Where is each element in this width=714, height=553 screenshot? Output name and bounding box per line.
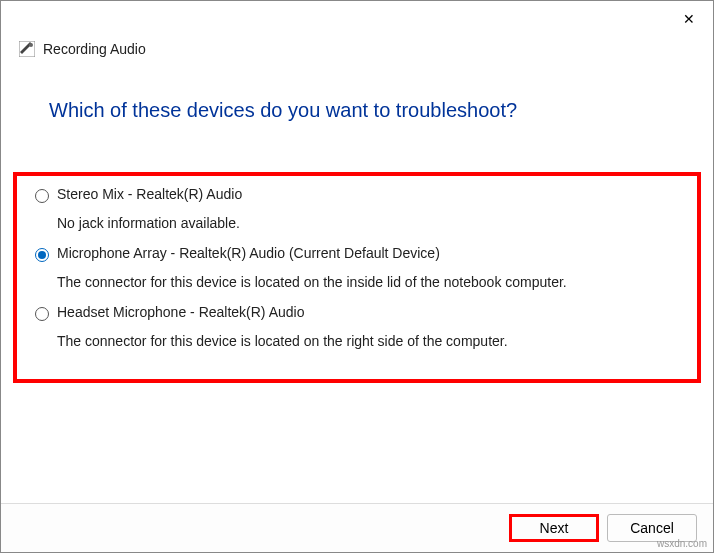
radio-stereo-mix[interactable] [35,189,49,203]
watermark: wsxdn.com [657,538,707,549]
recording-audio-icon [19,41,35,57]
header: Recording Audio [1,33,713,69]
troubleshooter-window: ✕ Recording Audio Which of these devices… [0,0,714,553]
radio-headset-microphone[interactable] [35,307,49,321]
option-description: No jack information available. [57,215,679,231]
device-options-group: Stereo Mix - Realtek(R) Audio No jack in… [13,172,701,383]
radio-microphone-array[interactable] [35,248,49,262]
option-description: The connector for this device is located… [57,333,679,349]
option-label: Microphone Array - Realtek(R) Audio (Cur… [57,245,440,261]
option-stereo-mix[interactable]: Stereo Mix - Realtek(R) Audio [35,186,679,203]
option-headset-microphone[interactable]: Headset Microphone - Realtek(R) Audio [35,304,679,321]
svg-point-1 [29,43,33,47]
option-description: The connector for this device is located… [57,274,679,290]
close-icon: ✕ [683,11,695,27]
titlebar: ✕ [1,1,713,33]
option-label: Stereo Mix - Realtek(R) Audio [57,186,242,202]
question-heading: Which of these devices do you want to tr… [49,99,677,122]
option-microphone-array[interactable]: Microphone Array - Realtek(R) Audio (Cur… [35,245,679,262]
close-button[interactable]: ✕ [677,7,701,31]
content-area: Which of these devices do you want to tr… [1,69,713,503]
option-label: Headset Microphone - Realtek(R) Audio [57,304,304,320]
header-title: Recording Audio [43,41,146,57]
next-button[interactable]: Next [509,514,599,542]
footer: Next Cancel [1,503,713,552]
